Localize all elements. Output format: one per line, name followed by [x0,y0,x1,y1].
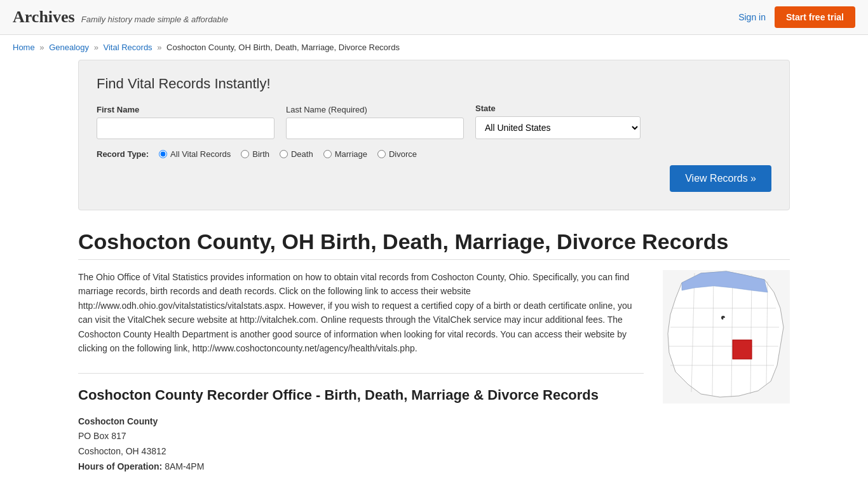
radio-input-all[interactable] [159,150,167,158]
sign-in-link[interactable]: Sign in [738,12,766,22]
site-logo: Archives [13,8,75,27]
address-line2: Coshocton, OH 43812 [78,444,644,459]
site-tagline: Family history made simple & affordable [81,15,228,24]
state-select[interactable]: All United States [475,116,641,139]
last-name-label: Last Name (Required) [286,105,464,114]
first-name-group: First Name [97,105,275,139]
breadcrumb-home[interactable]: Home [13,43,35,52]
last-name-group: Last Name (Required) [286,105,464,139]
ohio-map-svg [663,270,790,403]
ohio-map-area [663,270,790,475]
recorder-heading: Coshocton County Recorder Office - Birth… [78,373,644,406]
svg-rect-12 [733,340,752,359]
address-block: Coshocton County PO Box 817 Coshocton, O… [78,414,644,475]
breadcrumb-sep-1: » [39,43,44,52]
breadcrumb-genealogy[interactable]: Genealogy [49,43,89,52]
search-title: Find Vital Records Instantly! [97,76,771,92]
view-records-button[interactable]: View Records » [670,165,771,192]
header-right: Sign in Start free trial [738,6,855,28]
content-text: The Ohio Office of Vital Statistics prov… [78,270,644,475]
record-type-row: Record Type: All Vital Records Birth Dea… [97,149,771,159]
main-content: Find Vital Records Instantly! First Name… [65,60,803,488]
hours-label: Hours of Operation: [78,461,162,471]
last-name-input[interactable] [286,118,464,139]
svg-point-14 [723,318,726,320]
content-area: The Ohio Office of Vital Statistics prov… [78,270,790,475]
state-group: State All United States [475,104,641,139]
breadcrumb-vital-records[interactable]: Vital Records [104,43,153,52]
radio-death[interactable]: Death [280,149,313,159]
first-name-input[interactable] [97,118,275,139]
hours-line: Hours of Operation: 8AM-4PM [78,459,644,475]
search-actions: View Records » [97,165,771,192]
body-paragraph: The Ohio Office of Vital Statistics prov… [78,270,644,355]
breadcrumb-current: Coshocton County, OH Birth, Death, Marri… [166,43,400,52]
radio-input-birth[interactable] [241,150,249,158]
search-fields: First Name Last Name (Required) State Al… [97,104,771,139]
record-type-label: Record Type: [97,149,149,159]
breadcrumb-sep-3: » [157,43,161,52]
radio-input-marriage[interactable] [323,150,332,158]
radio-divorce[interactable]: Divorce [377,149,417,159]
search-box: Find Vital Records Instantly! First Name… [78,60,790,210]
page-title: Coshocton County, OH Birth, Death, Marri… [78,229,790,260]
hours-value: 8AM-4PM [165,461,204,471]
county-name: Coshocton County [78,414,644,430]
start-trial-button[interactable]: Start free trial [775,6,855,28]
header-left: Archives Family history made simple & af… [13,8,228,27]
radio-birth[interactable]: Birth [241,149,269,159]
address-line1: PO Box 817 [78,429,644,444]
radio-marriage[interactable]: Marriage [323,149,367,159]
breadcrumb-sep-2: » [94,43,98,52]
radio-input-death[interactable] [280,150,288,158]
radio-all-vital[interactable]: All Vital Records [159,149,231,159]
state-label: State [475,104,641,113]
radio-input-divorce[interactable] [377,150,386,158]
breadcrumb: Home » Genealogy » Vital Records » Cosho… [0,35,868,60]
site-header: Archives Family history made simple & af… [0,0,868,35]
first-name-label: First Name [97,105,275,114]
